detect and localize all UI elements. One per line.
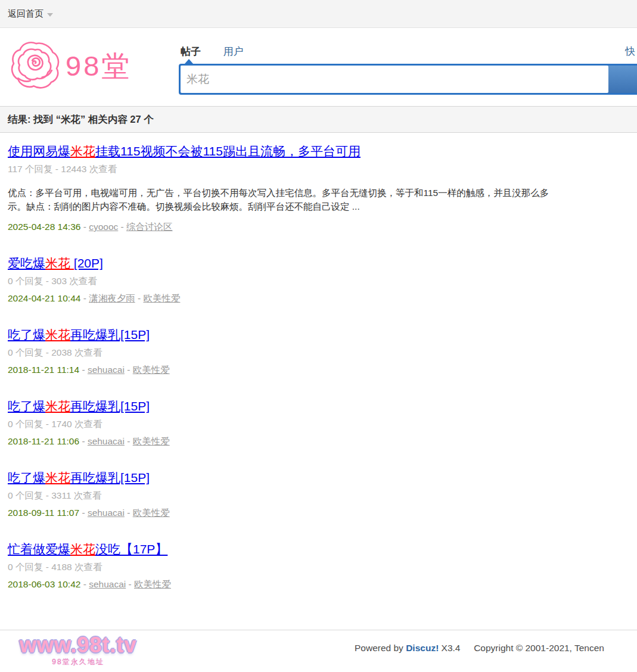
result-title: 使用网易爆米花挂载115视频不会被115踢出且流畅，多平台可用 xyxy=(8,142,629,160)
discuz-version: X3.4 xyxy=(442,643,461,653)
result-title-link[interactable]: 吃了爆米花再吃爆乳[15P] xyxy=(8,328,150,341)
snippet-line: 示。缺点：刮削的图片内容不准确。切换视频会比较麻烦。刮削平台还不能自己设定 ..… xyxy=(8,200,629,213)
site-logo-text: 98堂 xyxy=(66,52,132,80)
search-input[interactable] xyxy=(181,66,608,93)
result-meta: 2025-04-28 14:36 - cyoooc - 综合讨论区 xyxy=(8,219,629,235)
result-author-link[interactable]: cyoooc xyxy=(89,222,118,232)
result-forum-link[interactable]: 综合讨论区 xyxy=(126,222,173,232)
result-meta: 2018-06-03 10:42 - sehuacai - 欧美性爱 xyxy=(8,576,629,593)
result-date: 2018-11-21 11:14 xyxy=(8,365,79,375)
search-result-item: 吃了爆米花再吃爆乳[15P]0 个回复 - 3311 次查看2018-09-11… xyxy=(8,459,629,531)
site-logo[interactable]: 98堂 xyxy=(11,40,132,91)
discuz-link[interactable]: Discuz! xyxy=(406,643,439,653)
tab-posts[interactable]: 帖子 xyxy=(181,46,201,57)
footer-logo-domain: www.98t.tv xyxy=(10,634,147,657)
search-results-list: 使用网易爆米花挂载115视频不会被115踢出且流畅，多平台可用117 个回复 -… xyxy=(0,133,637,602)
powered-by-label: Powered by xyxy=(355,643,403,653)
result-date: 2024-04-21 10:44 xyxy=(8,293,80,303)
meta-separator: - xyxy=(118,222,126,232)
result-author-link[interactable]: sehuacai xyxy=(88,365,125,375)
snippet-line: 优点：多平台可用，电视端可用，无广告，平台切换不用每次写入挂宅信息。多平台无缝切… xyxy=(8,186,629,200)
title-text: 再吃爆乳[15P] xyxy=(70,328,150,341)
result-title-link[interactable]: 吃了爆米花再吃爆乳[15P] xyxy=(8,471,150,484)
result-date: 2018-11-21 11:06 xyxy=(8,436,79,446)
result-title-link[interactable]: 吃了爆米花再吃爆乳[15P] xyxy=(8,399,150,413)
search-submit-button[interactable] xyxy=(608,66,637,93)
footer-credits: Powered by Discuz! X3.4 Copyright © 2001… xyxy=(355,643,604,654)
keyword-highlight: 米花 xyxy=(45,399,70,413)
result-title-link[interactable]: 使用网易爆米花挂载115视频不会被115踢出且流畅，多平台可用 xyxy=(8,144,361,158)
result-meta: 2018-11-21 11:14 - sehuacai - 欧美性爱 xyxy=(8,362,629,378)
meta-separator: - xyxy=(79,436,88,446)
title-text: 爱吃爆 xyxy=(8,256,45,270)
meta-separator: - xyxy=(80,222,89,232)
title-text: 使用网易爆 xyxy=(8,144,70,158)
meta-separator: - xyxy=(80,579,89,589)
result-author-link[interactable]: 潇湘夜夕雨 xyxy=(89,293,135,303)
search-type-tabs: 帖子 用户 xyxy=(181,45,244,58)
search-result-item: 忙着做爱爆米花没吃【17P】 0 个回复 - 4188 次查看2018-06-0… xyxy=(8,531,629,602)
meta-separator: - xyxy=(125,436,133,446)
back-home-label: 返回首页 xyxy=(8,8,43,20)
search-result-item: 吃了爆米花再吃爆乳[15P]0 个回复 - 1740 次查看2018-11-21… xyxy=(8,388,629,459)
result-stats: 0 个回复 - 303 次查看 xyxy=(8,272,629,290)
result-stats: 0 个回复 - 2038 次查看 xyxy=(8,344,629,362)
search-box xyxy=(179,64,637,95)
result-forum-link[interactable]: 欧美性爱 xyxy=(133,365,170,375)
result-date: 2025-04-28 14:36 xyxy=(8,222,80,232)
result-title: 吃了爆米花再吃爆乳[15P] xyxy=(8,397,629,415)
result-author-link[interactable]: sehuacai xyxy=(89,579,126,589)
results-summary-text: 结果: 找到 “米花” 相关内容 27 个 xyxy=(8,114,154,125)
result-date: 2018-09-11 11:07 xyxy=(8,508,79,518)
result-date: 2018-06-03 10:42 xyxy=(8,579,80,589)
title-text: 吃了爆 xyxy=(8,328,45,341)
meta-separator: - xyxy=(80,293,89,303)
result-forum-link[interactable]: 欧美性爱 xyxy=(134,579,171,589)
result-author-link[interactable]: sehuacai xyxy=(88,436,125,446)
copyright-text: Copyright © 2001-2021, Tencen xyxy=(474,643,604,653)
result-forum-link[interactable]: 欧美性爱 xyxy=(133,436,170,446)
footer: www.98t.tv 98堂永久地址 Powered by Discuz! X3… xyxy=(0,630,637,672)
rose-icon xyxy=(11,40,60,91)
keyword-highlight: 米花 xyxy=(45,328,70,341)
result-meta: 2024-04-21 10:44 - 潇湘夜夕雨 - 欧美性爱 xyxy=(8,290,629,307)
quick-nav-link[interactable]: 快 xyxy=(625,45,635,58)
result-title: 吃了爆米花再吃爆乳[15P] xyxy=(8,469,629,487)
title-text: 吃了爆 xyxy=(8,399,45,413)
tab-users[interactable]: 用户 xyxy=(223,46,244,57)
meta-separator: - xyxy=(79,508,88,518)
footer-site-logo[interactable]: www.98t.tv 98堂永久地址 xyxy=(10,634,147,667)
search-result-item: 爱吃爆米花 [20P]0 个回复 - 303 次查看2024-04-21 10:… xyxy=(8,245,629,316)
title-text: 忙着做爱爆 xyxy=(8,542,70,556)
header: 98堂 帖子 用户 快 xyxy=(0,28,637,106)
result-title-link[interactable]: 爱吃爆米花 [20P] xyxy=(8,256,103,270)
meta-separator: - xyxy=(135,293,144,303)
result-title-link[interactable]: 忙着做爱爆米花没吃【17P】 xyxy=(8,542,167,556)
result-stats: 0 个回复 - 4188 次查看 xyxy=(8,558,629,576)
keyword-highlight: 米花 xyxy=(45,256,74,270)
meta-separator: - xyxy=(79,365,88,375)
title-text: 吃了爆 xyxy=(8,471,45,484)
title-text: 挂载115视频不会被115踢出且流畅，多平台可用 xyxy=(95,144,361,158)
back-home-link[interactable]: 返回首页 xyxy=(8,8,53,20)
result-forum-link[interactable]: 欧美性爱 xyxy=(133,508,170,518)
title-text: 没吃【17P】 xyxy=(95,542,167,556)
keyword-highlight: 米花 xyxy=(70,144,95,158)
result-title: 忙着做爱爆米花没吃【17P】 xyxy=(8,540,629,558)
search-result-item: 吃了爆米花再吃爆乳[15P]0 个回复 - 2038 次查看2018-11-21… xyxy=(8,316,629,388)
results-summary-bar: 结果: 找到 “米花” 相关内容 27 个 xyxy=(0,106,637,133)
result-forum-link[interactable]: 欧美性爱 xyxy=(143,293,180,303)
keyword-highlight: 米花 xyxy=(45,471,70,484)
result-author-link[interactable]: sehuacai xyxy=(88,508,125,518)
title-text: 再吃爆乳[15P] xyxy=(70,471,150,484)
result-meta: 2018-09-11 11:07 - sehuacai - 欧美性爱 xyxy=(8,505,629,521)
searchbox-pointer-icon xyxy=(185,59,193,64)
meta-separator: - xyxy=(126,579,134,589)
meta-separator: - xyxy=(125,365,133,375)
caret-down-icon xyxy=(47,13,53,17)
result-stats: 0 个回复 - 3311 次查看 xyxy=(8,487,629,505)
footer-logo-tagline: 98堂永久地址 xyxy=(10,657,147,667)
topbar: 返回首页 xyxy=(0,0,637,28)
result-stats: 0 个回复 - 1740 次查看 xyxy=(8,415,629,433)
result-snippet: 优点：多平台可用，电视端可用，无广告，平台切换不用每次写入挂宅信息。多平台无缝切… xyxy=(8,186,629,213)
